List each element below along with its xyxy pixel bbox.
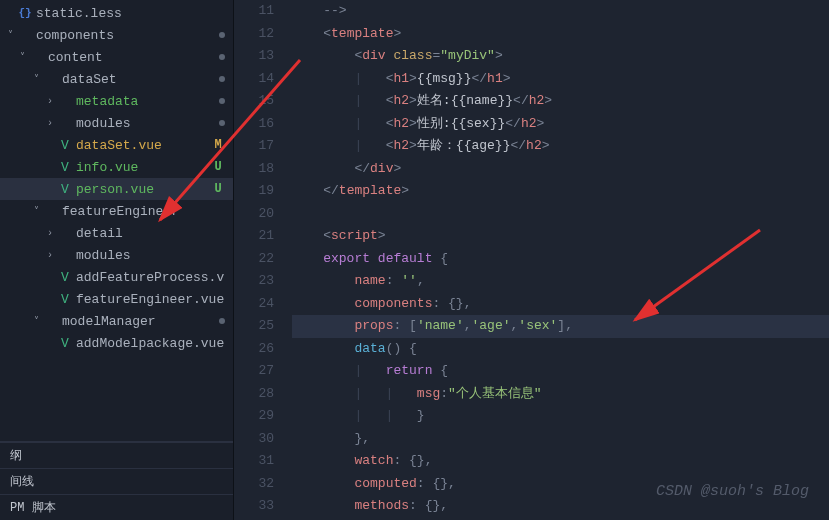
tree-item-detail[interactable]: ›detail <box>0 222 233 244</box>
line-number: 22 <box>234 248 274 271</box>
code-line[interactable]: | | } <box>292 405 829 428</box>
tree-item-addModelpackage-vue[interactable]: VaddModelpackage.vue <box>0 332 233 354</box>
line-number: 31 <box>234 450 274 473</box>
vue-file-icon: V <box>56 292 74 307</box>
code-line[interactable]: | return { <box>292 360 829 383</box>
modified-dot-icon <box>219 32 225 38</box>
timeline-section[interactable]: 间线 <box>0 468 233 494</box>
tree-item-label: addFeatureProcess.vue <box>76 270 225 285</box>
code-line[interactable] <box>292 203 829 226</box>
tree-item-label: modules <box>76 116 215 131</box>
git-status-badge: U <box>211 160 225 174</box>
code-editor[interactable]: 1112131415161718192021222324252627282930… <box>234 0 829 520</box>
vue-file-icon: V <box>56 336 74 351</box>
line-number: 18 <box>234 158 274 181</box>
modified-dot-icon <box>219 76 225 82</box>
tree-item-featureEngineer[interactable]: ˅featureEngineer <box>0 200 233 222</box>
tree-item-person-vue[interactable]: Vperson.vueU <box>0 178 233 200</box>
vue-file-icon: V <box>56 182 74 197</box>
tree-item-label: dataSet.vue <box>76 138 211 153</box>
tree-item-info-vue[interactable]: Vinfo.vueU <box>0 156 233 178</box>
git-status-badge: U <box>211 182 225 196</box>
tree-item-label: featureEngineer.vue <box>76 292 225 307</box>
line-number: 24 <box>234 293 274 316</box>
chevron-icon: ˅ <box>16 51 28 63</box>
code-line[interactable]: <div class="myDiv"> <box>292 45 829 68</box>
code-line[interactable]: props: ['name','age','sex'], <box>292 315 829 338</box>
code-line[interactable]: | <h2>姓名:{{name}}</h2> <box>292 90 829 113</box>
modified-dot-icon <box>219 98 225 104</box>
code-line[interactable]: | <h2>性别:{{sex}}</h2> <box>292 113 829 136</box>
chevron-icon: › <box>44 96 56 107</box>
chevron-icon: ˅ <box>30 73 42 85</box>
line-number: 11 <box>234 0 274 23</box>
code-line[interactable]: components: {}, <box>292 293 829 316</box>
tree-item-modelManager[interactable]: ˅modelManager <box>0 310 233 332</box>
tree-item-label: person.vue <box>76 182 211 197</box>
line-number: 33 <box>234 495 274 518</box>
chevron-icon: › <box>44 118 56 129</box>
tree-item-dataSet[interactable]: ˅dataSet <box>0 68 233 90</box>
outline-section[interactable]: 纲 <box>0 442 233 468</box>
tree-item-metadata[interactable]: ›metadata <box>0 90 233 112</box>
code-line[interactable]: | <h1>{{msg}}</h1> <box>292 68 829 91</box>
vue-file-icon: V <box>56 138 74 153</box>
file-explorer-sidebar: {}static.less˅components˅content˅dataSet… <box>0 0 234 520</box>
tree-item-label: addModelpackage.vue <box>76 336 225 351</box>
tree-item-label: modules <box>76 248 225 263</box>
line-number: 25 <box>234 315 274 338</box>
line-number: 19 <box>234 180 274 203</box>
line-number: 30 <box>234 428 274 451</box>
code-line[interactable]: </div> <box>292 158 829 181</box>
code-line[interactable]: --> <box>292 0 829 23</box>
tree-item-label: featureEngineer <box>62 204 225 219</box>
code-line[interactable]: <script> <box>292 225 829 248</box>
tree-item-addFeatureProcess-vue[interactable]: VaddFeatureProcess.vue <box>0 266 233 288</box>
code-line[interactable]: | | msg:"个人基本信息" <box>292 383 829 406</box>
line-number-gutter: 1112131415161718192021222324252627282930… <box>234 0 292 520</box>
chevron-icon: ˅ <box>30 315 42 327</box>
line-number: 20 <box>234 203 274 226</box>
code-line[interactable]: </template> <box>292 180 829 203</box>
tree-item-label: content <box>48 50 215 65</box>
chevron-icon: › <box>44 250 56 261</box>
sidebar-bottom-panels: 纲 间线 PM 脚本 <box>0 441 233 520</box>
git-status-badge: M <box>211 138 225 152</box>
tree-item-components[interactable]: ˅components <box>0 24 233 46</box>
line-number: 17 <box>234 135 274 158</box>
tree-item-modules[interactable]: ›modules <box>0 244 233 266</box>
chevron-icon: › <box>44 228 56 239</box>
code-line[interactable]: data() { <box>292 338 829 361</box>
code-line[interactable]: export default { <box>292 248 829 271</box>
file-tree: {}static.less˅components˅content˅dataSet… <box>0 0 233 441</box>
modified-dot-icon <box>219 318 225 324</box>
less-file-icon: {} <box>16 7 34 19</box>
modified-dot-icon <box>219 54 225 60</box>
code-line[interactable]: watch: {}, <box>292 450 829 473</box>
tree-item-label: modelManager <box>62 314 215 329</box>
code-line[interactable]: name: '', <box>292 270 829 293</box>
tree-item-content[interactable]: ˅content <box>0 46 233 68</box>
tree-item-modules[interactable]: ›modules <box>0 112 233 134</box>
line-number: 13 <box>234 45 274 68</box>
line-number: 14 <box>234 68 274 91</box>
code-line[interactable]: | <h2>年龄：{{age}}</h2> <box>292 135 829 158</box>
line-number: 28 <box>234 383 274 406</box>
tree-item-dataSet-vue[interactable]: VdataSet.vueM <box>0 134 233 156</box>
npm-scripts-section[interactable]: PM 脚本 <box>0 494 233 520</box>
tree-item-label: info.vue <box>76 160 211 175</box>
vue-file-icon: V <box>56 160 74 175</box>
watermark-text: CSDN @suoh's Blog <box>656 483 809 500</box>
tree-item-label: detail <box>76 226 225 241</box>
line-number: 29 <box>234 405 274 428</box>
line-number: 16 <box>234 113 274 136</box>
tree-item-static-less[interactable]: {}static.less <box>0 2 233 24</box>
code-content[interactable]: --> <template> <div class="myDiv"> | <h1… <box>292 0 829 520</box>
vue-file-icon: V <box>56 270 74 285</box>
tree-item-label: components <box>36 28 215 43</box>
chevron-icon: ˅ <box>30 205 42 217</box>
code-line[interactable]: }, <box>292 428 829 451</box>
code-line[interactable]: <template> <box>292 23 829 46</box>
tree-item-featureEngineer-vue[interactable]: VfeatureEngineer.vue <box>0 288 233 310</box>
line-number: 26 <box>234 338 274 361</box>
